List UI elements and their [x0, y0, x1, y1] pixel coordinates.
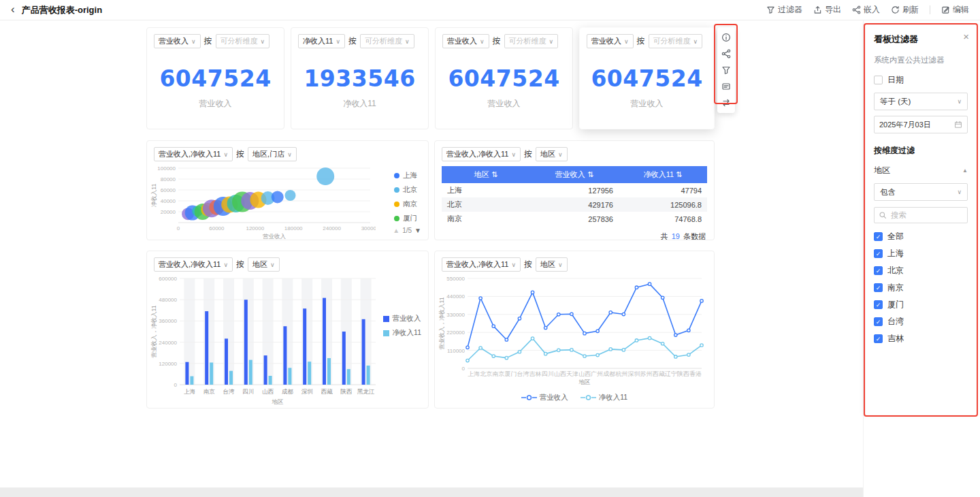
dimension-name: 地区 [874, 165, 890, 176]
metric-select[interactable]: 营业收入,净收入11∨ [154, 147, 233, 161]
svg-text:南京: 南京 [203, 388, 216, 395]
checkbox-icon[interactable]: ✓ [874, 317, 883, 326]
table-cell: 南京 [442, 212, 530, 226]
topbar-action-label: 编辑 [953, 4, 969, 16]
checkbox-icon[interactable]: ✓ [874, 283, 883, 292]
dimension-select[interactable]: 地区,门店∨ [248, 147, 297, 161]
search-input[interactable]: 搜索 [874, 207, 968, 223]
table-sort-header[interactable]: 净收入11 ⇅ [619, 166, 707, 183]
filter-option[interactable]: ✓上海 [874, 245, 968, 262]
checkbox-icon[interactable]: ✓ [874, 300, 883, 309]
dimension-select[interactable]: 地区∨ [248, 257, 280, 272]
filter-option[interactable]: ✓北京 [874, 262, 968, 279]
dimension-select[interactable]: 可分析维度∨ [504, 34, 559, 48]
dimension-select[interactable]: 地区∨ [536, 257, 568, 272]
chevron-down-icon: ∨ [558, 151, 563, 158]
filter-option-label: 台湾 [887, 316, 904, 327]
filter-option[interactable]: ✓全部 [874, 228, 968, 245]
legend-item[interactable]: 厦门 [394, 214, 417, 223]
page-title: 产品营收报表-origin [22, 4, 102, 16]
card-icon[interactable] [721, 82, 731, 91]
filter-option[interactable]: ✓吉林 [874, 330, 968, 347]
svg-text:0: 0 [462, 366, 466, 372]
legend-swatch [383, 316, 389, 322]
metric-select-value: 营业收入 [447, 36, 477, 46]
legend-item[interactable]: 北京 [394, 185, 417, 195]
metric-select-value: 净收入11 [303, 36, 333, 46]
kpi-label: 营业收入 [580, 98, 714, 110]
panel-divider [863, 20, 864, 497]
chevron-down-icon: ∨ [693, 38, 698, 45]
dimension-placeholder: 可分析维度 [509, 36, 546, 46]
metric-select[interactable]: 净收入11∨ [298, 34, 345, 48]
share-icon[interactable] [721, 49, 731, 59]
metric-select[interactable]: 营业收入∨ [587, 34, 634, 48]
legend-item[interactable]: 净收入11 [383, 328, 421, 338]
checkbox-icon[interactable]: ✓ [874, 334, 883, 343]
kpi-value: 6047524 [147, 65, 284, 92]
metric-select[interactable]: 营业收入,净收入11∨ [442, 257, 521, 272]
chevron-down-icon: ∨ [223, 151, 228, 158]
dimension-select[interactable]: 可分析维度∨ [649, 34, 703, 48]
bubble-chart-legend: 上海北京南京厦门 [394, 171, 417, 223]
legend-label: 净收入11 [599, 393, 627, 402]
table-sort-header[interactable]: 营业收入 ⇅ [530, 166, 619, 183]
metric-select[interactable]: 营业收入∨ [442, 34, 489, 48]
legend-label: 营业收入 [540, 393, 568, 402]
legend-item[interactable]: 净收入11 [581, 393, 627, 402]
filter-option-label: 吉林 [887, 333, 904, 344]
swap-icon[interactable] [721, 98, 731, 108]
svg-text:0: 0 [177, 225, 180, 231]
checkbox-icon[interactable] [874, 76, 883, 84]
legend-item[interactable]: 上海 [394, 171, 417, 180]
date-filter-checkbox[interactable]: 日期 [874, 74, 968, 86]
topbar-action-refresh[interactable]: 刷新 [891, 4, 919, 16]
filter-option[interactable]: ✓厦门 [874, 296, 968, 313]
metric-select[interactable]: 营业收入,净收入11∨ [154, 257, 233, 272]
chevron-down-icon: ∨ [480, 38, 485, 45]
checkbox-icon[interactable]: ✓ [874, 266, 883, 275]
pager-up-icon[interactable]: ▲ [393, 227, 399, 234]
dimension-select[interactable]: 可分析维度∨ [360, 34, 414, 48]
chart-card-header: 营业收入,净收入11∨ 按 地区∨ [435, 141, 714, 161]
legend-pager[interactable]: ▲ 1/5 ▼ [393, 227, 421, 234]
back-icon[interactable]: ‹ [11, 3, 15, 15]
table-cell: 125096.8 [619, 197, 707, 212]
legend-item[interactable]: 营业收入 [383, 314, 421, 323]
topbar-action-filter[interactable]: 过滤器 [766, 4, 802, 16]
date-value-input[interactable]: 2025年7月03日 [874, 116, 968, 133]
dimension-select[interactable]: 地区∨ [536, 147, 568, 161]
chevron-down-icon: ∨ [624, 38, 629, 45]
table-row-count: 共 19 条数据 [443, 231, 706, 240]
topbar-action-label: 过滤器 [778, 4, 802, 16]
collapse-icon[interactable]: ▲ [962, 167, 968, 174]
svg-text:20000: 20000 [161, 209, 176, 215]
checkbox-icon[interactable]: ✓ [874, 249, 883, 258]
filter-option[interactable]: ✓南京 [874, 279, 968, 296]
by-label: 按 [204, 35, 212, 47]
dimension-select[interactable]: 可分析维度∨ [216, 34, 270, 48]
close-icon[interactable]: × [963, 31, 969, 42]
legend-item[interactable]: 营业收入 [521, 393, 568, 402]
chevron-down-icon: ∨ [511, 151, 516, 158]
svg-text:40000: 40000 [161, 198, 176, 204]
topbar-action-export[interactable]: 导出 [813, 4, 841, 16]
filter-icon[interactable] [721, 65, 731, 75]
table-sort-header[interactable]: 地区 ⇅ [442, 166, 530, 183]
filter-option[interactable]: ✓台湾 [874, 313, 968, 330]
date-operator-select[interactable]: 等于 (天) ∨ [874, 93, 968, 110]
chart-card-header: 营业收入,净收入11∨ 按 地区,门店∨ [147, 141, 428, 161]
pager-down-icon[interactable]: ▼ [414, 227, 421, 234]
info-icon[interactable] [721, 33, 731, 42]
panel-title: 看板过滤器 [874, 33, 968, 46]
metric-select[interactable]: 营业收入,净收入11∨ [442, 147, 521, 161]
metric-select[interactable]: 营业收入∨ [154, 34, 201, 48]
topbar-action-embed[interactable]: 嵌入 [852, 4, 880, 16]
search-placeholder: 搜索 [891, 210, 906, 221]
topbar-action-edit[interactable]: 编辑 [941, 4, 969, 16]
checkbox-icon[interactable]: ✓ [874, 232, 883, 241]
legend-item[interactable]: 南京 [394, 199, 417, 209]
operator-select[interactable]: 包含 ∨ [874, 183, 968, 201]
legend-label: 北京 [403, 185, 417, 195]
bar-chart-card: 营业收入,净收入11∨ 按 地区∨ 0120000240000360000480… [146, 251, 429, 408]
